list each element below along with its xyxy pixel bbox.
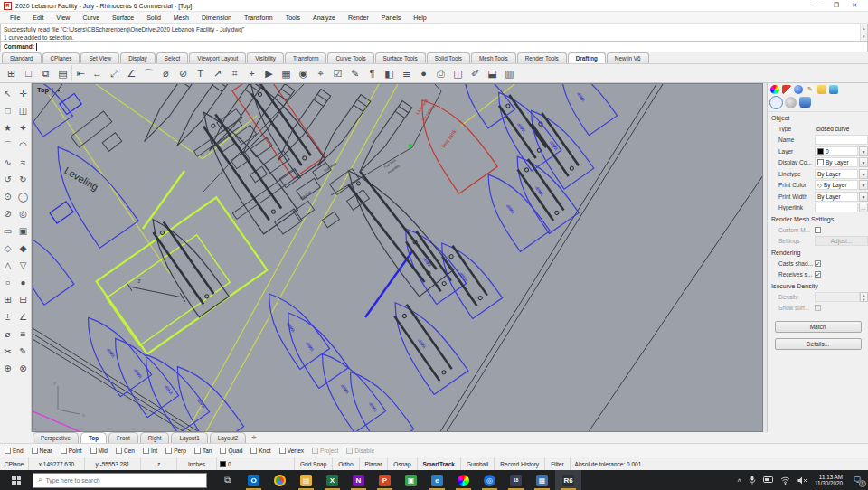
osnap-near-checkbox[interactable] bbox=[32, 448, 38, 454]
search-input[interactable] bbox=[45, 477, 181, 484]
close-button[interactable]: ✕ bbox=[852, 2, 857, 9]
tray-expand-icon[interactable]: ˄ bbox=[737, 476, 741, 485]
blue-boat[interactable]: WRP bbox=[427, 232, 502, 318]
osnap-vertex[interactable]: Vertex bbox=[279, 448, 304, 454]
toolbar-tab-cplanes[interactable]: CPlanes bbox=[42, 52, 80, 63]
menu-panels[interactable]: Panels bbox=[375, 14, 407, 21]
display-icon[interactable] bbox=[763, 476, 773, 484]
linetype-dropdown-icon[interactable]: ▼ bbox=[859, 169, 868, 179]
menu-surface[interactable]: Surface bbox=[106, 14, 140, 21]
open-folder-icon[interactable]: ▥ bbox=[501, 65, 518, 81]
toggle-planar[interactable]: Planar bbox=[360, 457, 389, 470]
app-2018-icon[interactable]: 18 bbox=[503, 470, 529, 490]
circle-diameter-icon[interactable]: ⊘ bbox=[0, 205, 15, 222]
dim-aligned-icon[interactable]: ⤢ bbox=[106, 65, 123, 81]
rotate-icon[interactable]: ↻ bbox=[15, 171, 31, 188]
osnap-end[interactable]: End bbox=[5, 448, 24, 454]
point-icon[interactable]: ✦ bbox=[15, 119, 31, 137]
match-button[interactable]: Match bbox=[775, 321, 862, 333]
dim-diameter-icon[interactable]: ⌀ bbox=[157, 65, 175, 81]
blue-boat[interactable]: WRP bbox=[484, 84, 561, 171]
add-point-icon[interactable]: + bbox=[243, 65, 260, 81]
osnap-mid[interactable]: Mid bbox=[90, 448, 108, 454]
osnap-knot[interactable]: Knot bbox=[250, 448, 270, 454]
hyperlink-browse-button[interactable]: ... bbox=[859, 203, 868, 212]
toggle-record-history[interactable]: Record History bbox=[495, 457, 545, 470]
minimize-button[interactable]: ─ bbox=[816, 2, 821, 9]
photo-viewer-icon[interactable]: ▦ bbox=[529, 470, 555, 490]
osnap-end-checkbox[interactable] bbox=[5, 448, 11, 454]
name-field[interactable] bbox=[815, 135, 868, 145]
osnap-cen[interactable]: Cen bbox=[116, 448, 135, 454]
viewport-tab-top[interactable]: Top bbox=[80, 432, 107, 443]
diameter-icon[interactable]: ⌀ bbox=[0, 325, 15, 343]
osnap-tan-checkbox[interactable] bbox=[194, 448, 201, 454]
osnap-perp-checkbox[interactable] bbox=[165, 448, 172, 454]
custom-mesh-checkbox[interactable] bbox=[815, 227, 821, 233]
toolbar-tab-drafting[interactable]: Drafting bbox=[568, 52, 606, 63]
menu-mesh[interactable]: Mesh bbox=[167, 14, 195, 21]
toolbar-tab-surface-tools[interactable]: Surface Tools bbox=[375, 52, 426, 63]
osnap-int-checkbox[interactable] bbox=[143, 448, 149, 454]
toolbar-tab-transform[interactable]: Transform bbox=[285, 52, 326, 63]
command-history[interactable]: Successfully read file "C:\Users\CBSchar… bbox=[0, 24, 868, 42]
move-icon[interactable]: ✛ bbox=[15, 85, 31, 102]
rectangle-icon[interactable]: □ bbox=[0, 102, 15, 119]
print-color-select[interactable]: ◇By Layer bbox=[815, 180, 858, 190]
blue-boat[interactable]: WRP bbox=[503, 146, 579, 234]
annotation-history-icon[interactable]: ≣ bbox=[398, 65, 415, 81]
viewport-title[interactable]: Top | ▼ bbox=[37, 86, 61, 94]
viewport-tab-front[interactable]: Front bbox=[108, 432, 138, 443]
osnap-mid-checkbox[interactable] bbox=[90, 448, 97, 454]
rotate-view-icon[interactable]: ⬓ bbox=[484, 65, 501, 81]
menu-help[interactable]: Help bbox=[407, 14, 432, 21]
powerpoint-icon[interactable]: P bbox=[372, 470, 398, 490]
grid-icon[interactable]: ⊞ bbox=[0, 291, 15, 308]
osnap-vertex-checkbox[interactable] bbox=[279, 448, 286, 454]
blue-boat[interactable] bbox=[39, 134, 138, 248]
start-button[interactable] bbox=[0, 470, 33, 490]
osnap-near[interactable]: Near bbox=[32, 448, 52, 454]
density-spinner[interactable]: ▲▼ bbox=[860, 292, 868, 302]
layers-tab-icon[interactable] bbox=[782, 85, 791, 94]
osnap-int[interactable]: Int bbox=[143, 448, 157, 454]
curve-icon[interactable]: ∿ bbox=[0, 154, 15, 171]
copy-icon[interactable]: ⧉ bbox=[37, 65, 54, 81]
texture-mapping-icon[interactable] bbox=[799, 97, 811, 108]
triangle-down-icon[interactable]: ▽ bbox=[15, 257, 31, 274]
osnap-quad[interactable]: Quad bbox=[220, 448, 242, 454]
blue-boat[interactable]: WRP bbox=[378, 291, 468, 395]
properties-tab-icon[interactable] bbox=[770, 85, 779, 94]
toolbar-tab-solid-tools[interactable]: Solid Tools bbox=[427, 52, 470, 63]
make-2d-icon[interactable]: ◫ bbox=[449, 65, 467, 81]
viewport-top[interactable]: Top | ▼ WRPWRPWRPWRPWRPWRPWRPWRPWRPWRPWR… bbox=[32, 83, 763, 432]
toolbar-tab-viewport-layout[interactable]: Viewport Layout bbox=[189, 52, 246, 63]
adjust-button[interactable]: Adjust... bbox=[815, 236, 868, 246]
add-icon[interactable]: ⊕ bbox=[0, 360, 15, 377]
osnap-project-checkbox[interactable] bbox=[312, 448, 318, 454]
osnap-point-checkbox[interactable] bbox=[61, 448, 67, 454]
toolbar-tab-curve-tools[interactable]: Curve Tools bbox=[327, 52, 373, 63]
folder-tab-icon[interactable] bbox=[817, 85, 826, 94]
onenote-icon[interactable]: N bbox=[345, 470, 372, 490]
hatch-pattern-icon[interactable]: ⌗ bbox=[226, 65, 243, 81]
chrome-icon[interactable] bbox=[267, 470, 293, 490]
edit-icon[interactable]: ✎ bbox=[15, 343, 31, 360]
toggle-ortho[interactable]: Ortho bbox=[333, 457, 359, 470]
layer-select[interactable]: 0 bbox=[815, 146, 858, 156]
arrow-icon[interactable]: ▶ bbox=[260, 65, 278, 81]
delete-icon[interactable]: ⊗ bbox=[15, 360, 31, 377]
select-brush-icon[interactable]: ◉ bbox=[295, 65, 312, 81]
print-width-select[interactable]: By Layer bbox=[815, 192, 858, 202]
arc-3pt-icon[interactable]: ◠ bbox=[15, 137, 31, 154]
linetype-select[interactable]: By Layer bbox=[815, 169, 858, 179]
ellipse-filled-icon[interactable]: ● bbox=[15, 274, 31, 291]
details-button[interactable]: Details... bbox=[775, 338, 862, 350]
polygon-icon[interactable]: ◇ bbox=[0, 240, 15, 257]
display-color-dropdown-icon[interactable]: ▼ bbox=[859, 157, 868, 167]
blue-boat[interactable]: WRP bbox=[516, 100, 594, 189]
command-prompt[interactable]: Command: bbox=[0, 42, 868, 52]
edit-text-icon[interactable]: ✎ bbox=[346, 65, 363, 81]
receives-shadows-checkbox[interactable]: ✓ bbox=[815, 271, 821, 278]
print-width-dropdown-icon[interactable]: ▼ bbox=[859, 192, 868, 202]
